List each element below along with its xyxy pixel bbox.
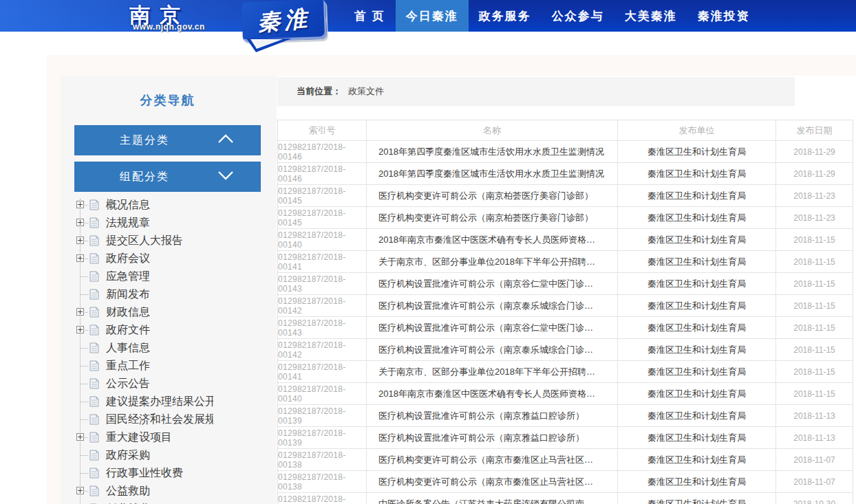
document-icon (89, 468, 99, 481)
tree-item[interactable]: 法规规章 (61, 214, 276, 232)
tree-item-label: 重大建设项目 (106, 430, 172, 445)
doc-index-number: 012982187/2018-00139 (278, 427, 367, 448)
nav-item[interactable]: 政务服务 (469, 0, 542, 32)
tree-item[interactable]: 概况信息 (61, 196, 276, 214)
document-icon (89, 396, 99, 410)
doc-title-link[interactable]: 医疗机构变更许可前公示（南京柏荟医疗美容门诊部） (367, 207, 618, 228)
doc-title-link[interactable]: 医疗机构设置批准许可前公示（南京谷仁堂中医门诊… (367, 317, 618, 338)
doc-publish-date: 2018-11-15 (776, 273, 853, 294)
expand-plus-icon[interactable] (76, 487, 84, 494)
accordion-label: 组配分类 (120, 170, 169, 184)
doc-title-link[interactable]: 关于南京市、区部分事业单位2018年下半年公开招聘… (367, 251, 618, 272)
doc-index-number: 012982187/2018-00146 (278, 141, 367, 162)
doc-index-number: 012982187/2018-00143 (278, 317, 367, 338)
qinhuai-stamp-logo[interactable]: 秦淮 (242, 0, 327, 42)
doc-index-number: 012982187/2018-00146 (278, 163, 367, 184)
tree-item[interactable]: 人事信息 (61, 339, 276, 357)
doc-title-link[interactable]: 中医诊所备案公告（江苏益丰大药房连锁有限公司南… (367, 493, 618, 504)
tree-item[interactable]: 新闻发布 (61, 285, 276, 303)
expand-plus-icon[interactable] (76, 326, 84, 333)
doc-title-link[interactable]: 2018年第四季度秦淮区城市生活饮用水水质卫生监测情况 (367, 163, 618, 184)
tree-item[interactable]: 政府会议 (61, 250, 276, 267)
tree-item[interactable]: 建议提案办理结果公开 (61, 393, 276, 410)
tree-item-label: 国民经济和社会发展规划 (106, 413, 213, 427)
doc-index-number: 012982187/2018-00139 (278, 405, 367, 426)
doc-title-link[interactable]: 医疗机构变更许可前公示（南京柏荟医疗美容门诊部） (367, 185, 618, 206)
doc-index-number: 012982187/2018-00138 (278, 471, 367, 492)
tree-item[interactable]: 重点工作 (61, 357, 276, 375)
expand-plus-icon[interactable] (76, 237, 84, 244)
nav-item[interactable]: 公众参与 (542, 0, 614, 32)
tree-item[interactable]: 行政事业性收费 (61, 464, 276, 482)
tree-item-label: 概况信息 (106, 198, 150, 212)
tree-branch-line (80, 366, 88, 366)
tree-item[interactable]: 国民经济和社会发展规划 (61, 410, 276, 428)
table-body: 012982187/2018-00146 2018年第四季度秦淮区城市生活饮用水… (278, 141, 853, 504)
table-row: 012982187/2018-00141 关于南京市、区部分事业单位2018年下… (278, 361, 853, 383)
expand-plus-icon[interactable] (76, 308, 84, 316)
doc-publish-date: 2018-11-13 (776, 427, 853, 448)
doc-publisher: 秦淮区卫生和计划生育局 (618, 207, 776, 228)
doc-title-link[interactable]: 2018年南京市秦淮区中医医术确有专长人员医师资格… (367, 229, 618, 250)
document-icon (89, 485, 99, 499)
tree-item[interactable]: 政府文件 (61, 321, 276, 339)
tree-item[interactable]: 政府采购 (61, 446, 276, 464)
doc-title-link[interactable]: 医疗机构设置批准许可前公示（南京雅益口腔诊所） (367, 427, 618, 448)
doc-publisher: 秦淮区卫生和计划生育局 (618, 449, 776, 470)
tree-item-label: 建议提案办理结果公开 (106, 395, 213, 409)
tree-branch-line (80, 402, 88, 402)
document-icon (89, 414, 99, 428)
doc-publisher: 秦淮区卫生和计划生育局 (618, 141, 776, 162)
doc-title-link[interactable]: 医疗机构设置批准许可前公示（南京雅益口腔诊所） (367, 405, 618, 426)
accordion-group-category[interactable]: 组配分类 (74, 162, 261, 192)
tree-item[interactable]: 提交区人大报告 (61, 232, 276, 250)
expand-plus-icon[interactable] (76, 201, 84, 208)
doc-publisher: 秦淮区卫生和计划生育局 (618, 163, 776, 184)
table-row: 012982187/2018-00145 医疗机构变更许可前公示（南京柏荟医疗美… (278, 207, 853, 229)
doc-publish-date: 2018-11-15 (776, 361, 853, 382)
doc-publish-date: 2018-11-29 (776, 163, 853, 184)
tree-item-label: 法规规章 (106, 216, 150, 230)
accordion-theme-category[interactable]: 主题分类 (74, 125, 261, 155)
expand-plus-icon[interactable] (76, 433, 84, 441)
nav-item[interactable]: 今日秦淮 (396, 0, 469, 32)
tree-item[interactable]: 应急管理 (61, 267, 276, 285)
doc-title-link[interactable]: 2018年第四季度秦淮区城市生活饮用水水质卫生监测情况 (367, 141, 618, 162)
doc-title-link[interactable]: 医疗机构变更许可前公示（南京市秦淮区止马营社区… (367, 449, 618, 470)
table-row: 012982187/2018-00141 关于南京市、区部分事业单位2018年下… (278, 251, 853, 273)
table-row: 012982187/2018-00143 医疗机构设置批准许可前公示（南京谷仁堂… (278, 317, 853, 339)
doc-index-number: 012982187/2018-00141 (278, 361, 367, 382)
doc-title-link[interactable]: 关于南京市、区部分事业单位2018年下半年公开招聘… (367, 361, 618, 382)
doc-title-link[interactable]: 医疗机构设置批准许可前公示（南京泰乐城综合门诊… (367, 339, 618, 360)
table-row: 012982187/2018-00138 医疗机构变更许可前公示（南京市秦淮区止… (278, 449, 853, 471)
expand-plus-icon[interactable] (76, 219, 84, 226)
doc-publisher: 秦淮区卫生和计划生育局 (618, 273, 776, 294)
doc-publisher: 秦淮区卫生和计划生育局 (618, 317, 776, 338)
nav-item[interactable]: 秦淮投资 (687, 0, 760, 32)
tree-item[interactable]: 重大建设项目 (61, 428, 276, 446)
breadcrumb-label: 当前位置： (297, 85, 341, 98)
doc-publish-date: 2018-11-15 (776, 229, 853, 250)
nav-item[interactable]: 大美秦淮 (614, 0, 687, 32)
doc-title-link[interactable]: 医疗机构设置批准许可前公示（南京泰乐城综合门诊… (367, 295, 618, 316)
category-tree: 概况信息 (61, 196, 276, 504)
expand-plus-icon[interactable] (76, 254, 84, 262)
doc-title-link[interactable]: 2018年南京市秦淮区中医医术确有专长人员医师资格… (367, 383, 618, 404)
doc-title-link[interactable]: 医疗机构设置批准许可前公示（南京谷仁堂中医门诊… (367, 273, 618, 294)
table-row: 012982187/2018-00142 医疗机构设置批准许可前公示（南京泰乐城… (278, 295, 853, 317)
table-row: 012982187/2018-00145 医疗机构变更许可前公示（南京柏荟医疗美… (278, 185, 853, 207)
doc-publish-date: 2018-11-29 (776, 141, 853, 162)
tree-item[interactable]: 创业就业 (61, 500, 276, 504)
doc-title-link[interactable]: 医疗机构变更许可前公示（南京市秦淮区止马营社区… (367, 471, 618, 492)
tree-branch-line (80, 348, 88, 349)
tree-item[interactable]: 公示公告 (61, 375, 276, 393)
breadcrumb: 当前位置： 政策文件 (277, 77, 795, 106)
tree-item[interactable]: 财政信息 (61, 303, 276, 321)
doc-index-number: 012982187/2018-00138 (278, 449, 367, 470)
content-container: 分类导航 主题分类 组配分类 (47, 55, 856, 504)
tree-item[interactable]: 公益救助 (61, 482, 276, 500)
nav-item[interactable]: 首 页 (344, 0, 396, 32)
tree-item-label: 政府会议 (106, 252, 150, 266)
doc-publish-date: 2018-11-15 (776, 339, 853, 360)
doc-publish-date: 2018-11-23 (776, 185, 853, 206)
